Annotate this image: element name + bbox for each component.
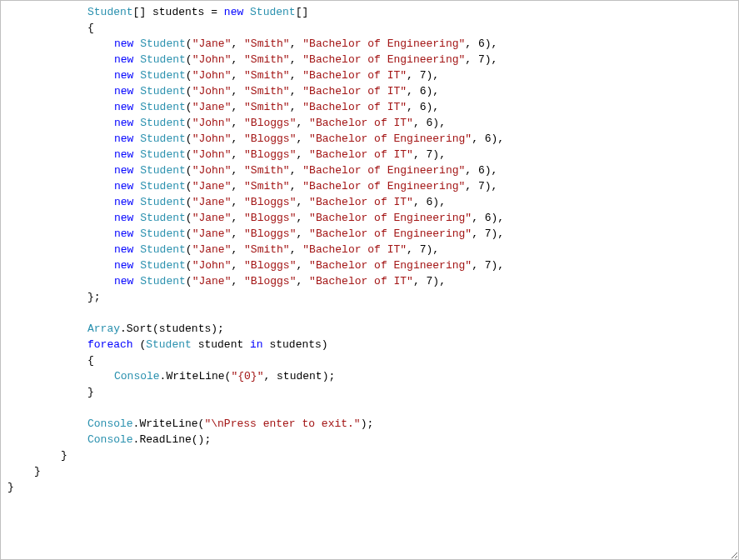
writeline-student: Console.WriteLine("{0}", student); bbox=[1, 368, 738, 384]
declaration-line: Student[] students = new Student[] bbox=[1, 4, 738, 20]
student-entry: new Student("Jane", "Bloggs", "Bachelor … bbox=[1, 273, 738, 289]
student-entry: new Student("Jane", "Smith", "Bachelor o… bbox=[1, 178, 738, 194]
sort-call: Array.Sort(students); bbox=[1, 321, 738, 337]
student-entry: new Student("John", "Bloggs", "Bachelor … bbox=[1, 131, 738, 147]
student-entry: new Student("John", "Smith", "Bachelor o… bbox=[1, 83, 738, 99]
student-entry: new Student("Jane", "Bloggs", "Bachelor … bbox=[1, 226, 738, 242]
namespace-close-brace: } bbox=[1, 479, 738, 495]
student-entry: new Student("Jane", "Bloggs", "Bachelor … bbox=[1, 210, 738, 226]
student-entry: new Student("John", "Bloggs", "Bachelor … bbox=[1, 147, 738, 162]
blank-line bbox=[1, 400, 738, 416]
method-close-brace: } bbox=[1, 448, 738, 463]
student-entry: new Student("John", "Smith", "Bachelor o… bbox=[1, 52, 738, 68]
foreach-close-brace: } bbox=[1, 384, 738, 400]
student-entry: new Student("Jane", "Smith", "Bachelor o… bbox=[1, 36, 738, 52]
foreach-line: foreach (Student student in students) bbox=[1, 337, 738, 352]
writeline-exit: Console.WriteLine("\nPress enter to exit… bbox=[1, 416, 738, 432]
class-close-brace: } bbox=[1, 463, 738, 479]
student-entry: new Student("Jane", "Bloggs", "Bachelor … bbox=[1, 194, 738, 210]
student-entry: new Student("John", "Smith", "Bachelor o… bbox=[1, 68, 738, 83]
blank-line bbox=[1, 305, 738, 321]
foreach-open-brace: { bbox=[1, 352, 738, 368]
readline-call: Console.ReadLine(); bbox=[1, 432, 738, 448]
student-entry: new Student("John", "Bloggs", "Bachelor … bbox=[1, 258, 738, 273]
code-block: Student[] students = new Student[]{new S… bbox=[1, 1, 738, 495]
student-entry: new Student("John", "Smith", "Bachelor o… bbox=[1, 162, 738, 178]
code-snippet-frame: Student[] students = new Student[]{new S… bbox=[0, 0, 739, 560]
student-entry: new Student("Jane", "Smith", "Bachelor o… bbox=[1, 99, 738, 115]
array-open-brace: { bbox=[1, 20, 738, 36]
student-entry: new Student("John", "Bloggs", "Bachelor … bbox=[1, 115, 738, 131]
array-close-brace: }; bbox=[1, 289, 738, 305]
student-entry: new Student("Jane", "Smith", "Bachelor o… bbox=[1, 242, 738, 258]
